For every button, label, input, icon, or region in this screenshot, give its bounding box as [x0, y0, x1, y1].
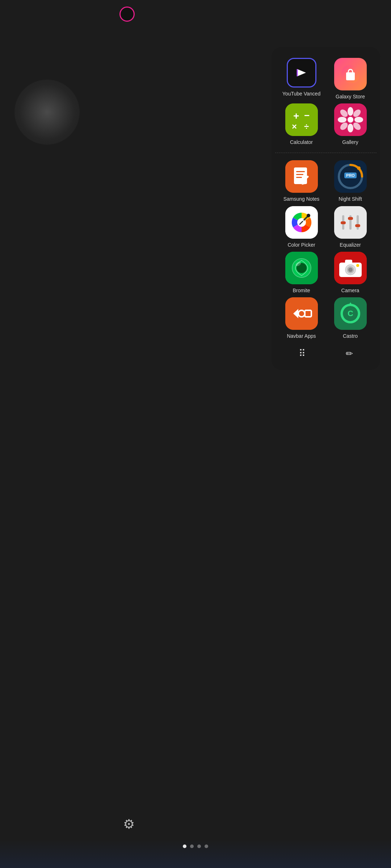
app-item-youtube-vanced[interactable]: YouTube Vanced — [279, 58, 324, 100]
app-icon-youtube-vanced — [287, 58, 316, 88]
app-label-youtube-vanced: YouTube Vanced — [282, 90, 320, 97]
app-label-camera: Camera — [341, 287, 360, 294]
page-dot-2[interactable] — [190, 844, 194, 848]
app-label-castro: Castro — [343, 333, 358, 339]
color-picker-logo-svg — [285, 206, 318, 239]
svg-rect-3 — [346, 72, 355, 80]
app-icon-castro: C — [334, 297, 367, 330]
app-item-samsung-notes[interactable]: Samsung Notes — [279, 160, 324, 202]
gallery-logo-icon — [334, 103, 367, 136]
svg-point-13 — [338, 117, 346, 123]
app-label-navbar-apps: Navbar Apps — [287, 333, 316, 339]
camera-logo-svg — [334, 252, 367, 284]
app-item-equalizer[interactable]: Equalizer — [328, 206, 373, 248]
page-dot-4[interactable] — [205, 844, 208, 848]
svg-text:C: C — [348, 309, 353, 318]
app-icon-galaxy-store — [334, 58, 367, 90]
svg-point-11 — [348, 107, 353, 116]
svg-point-30 — [357, 166, 361, 170]
app-item-castro[interactable]: C Castro — [328, 297, 373, 339]
svg-point-52 — [348, 268, 353, 272]
youtube-vanced-logo-icon — [295, 68, 308, 78]
svg-text:÷: ÷ — [304, 122, 309, 131]
svg-rect-53 — [345, 260, 352, 264]
svg-point-14 — [354, 117, 363, 123]
app-grid-top: YouTube Vanced Galaxy St — [272, 54, 380, 149]
svg-text:−: − — [304, 110, 310, 121]
app-label-bromite: Bromite — [293, 287, 310, 294]
app-label-equalizer: Equalizer — [340, 242, 361, 248]
night-shift-logo-svg: PRO — [334, 160, 367, 193]
svg-rect-42 — [355, 224, 360, 227]
svg-text:+: + — [293, 110, 299, 122]
app-item-color-picker[interactable]: Color Picker — [279, 206, 324, 248]
svg-text:×: × — [292, 122, 297, 131]
app-item-night-shift[interactable]: PRO Night Shift — [328, 160, 373, 202]
svg-rect-23 — [296, 177, 302, 178]
page-dot-1[interactable] — [183, 844, 186, 848]
samsung-notes-logo-icon — [285, 160, 318, 193]
app-item-galaxy-store[interactable]: Galaxy Store — [328, 58, 373, 100]
page-indicator — [183, 844, 208, 848]
equalizer-logo-svg — [334, 206, 367, 239]
page-dot-3[interactable] — [197, 844, 201, 848]
app-item-calculator[interactable]: + − × ÷ Calculator — [279, 103, 324, 145]
galaxy-store-logo-icon — [341, 65, 360, 83]
app-icon-samsung-notes — [285, 160, 318, 193]
svg-text:PRO: PRO — [346, 173, 355, 178]
app-label-night-shift: Night Shift — [339, 196, 362, 202]
app-icon-calculator: + − × ÷ — [285, 103, 318, 136]
navbar-apps-logo-svg — [285, 297, 318, 330]
settings-button[interactable]: ⚙ — [123, 817, 135, 832]
edit-button[interactable]: ✏ — [346, 349, 353, 359]
drawer-bottom-bar: ⠿ ✏ — [272, 343, 380, 363]
blur-decoration — [14, 80, 80, 145]
bottom-gradient — [0, 839, 391, 868]
svg-rect-55 — [285, 297, 318, 330]
app-icon-bromite — [285, 252, 318, 284]
app-icon-equalizer — [334, 206, 367, 239]
svg-point-34 — [307, 214, 310, 217]
bromite-logo-svg — [285, 252, 318, 284]
status-indicator — [119, 7, 135, 22]
svg-rect-41 — [357, 215, 359, 230]
app-item-bromite[interactable]: Bromite — [279, 252, 324, 294]
app-label-calculator: Calculator — [290, 139, 313, 145]
app-icon-color-picker — [285, 206, 318, 239]
app-icon-camera — [334, 252, 367, 284]
svg-rect-21 — [296, 171, 305, 172]
app-item-navbar-apps[interactable]: Navbar Apps — [279, 297, 324, 339]
app-label-samsung-notes: Samsung Notes — [283, 196, 320, 202]
app-icon-navbar-apps — [285, 297, 318, 330]
svg-rect-40 — [348, 217, 353, 220]
app-drawer-panel: YouTube Vanced Galaxy St — [272, 47, 380, 370]
app-label-galaxy-store: Galaxy Store — [336, 93, 365, 100]
app-grid-dots-button[interactable]: ⠿ — [299, 348, 306, 359]
svg-rect-20 — [294, 167, 307, 184]
svg-point-12 — [348, 124, 353, 132]
app-label-gallery: Gallery — [342, 139, 358, 145]
svg-marker-0 — [297, 69, 306, 76]
app-icon-gallery — [334, 103, 367, 136]
svg-point-54 — [356, 264, 359, 267]
svg-rect-4 — [285, 103, 318, 136]
app-icon-night-shift: PRO — [334, 160, 367, 193]
app-grid-bottom: Samsung Notes PRO Night Shift — [272, 157, 380, 343]
castro-logo-svg: C — [334, 297, 367, 330]
app-label-color-picker: Color Picker — [287, 242, 315, 248]
app-item-camera[interactable]: Camera — [328, 252, 373, 294]
svg-rect-38 — [341, 221, 346, 224]
section-divider — [275, 153, 377, 153]
svg-rect-22 — [296, 174, 303, 175]
calculator-logo-icon: + − × ÷ — [285, 103, 318, 136]
app-item-gallery[interactable]: Gallery — [328, 103, 373, 145]
svg-point-10 — [348, 117, 353, 123]
